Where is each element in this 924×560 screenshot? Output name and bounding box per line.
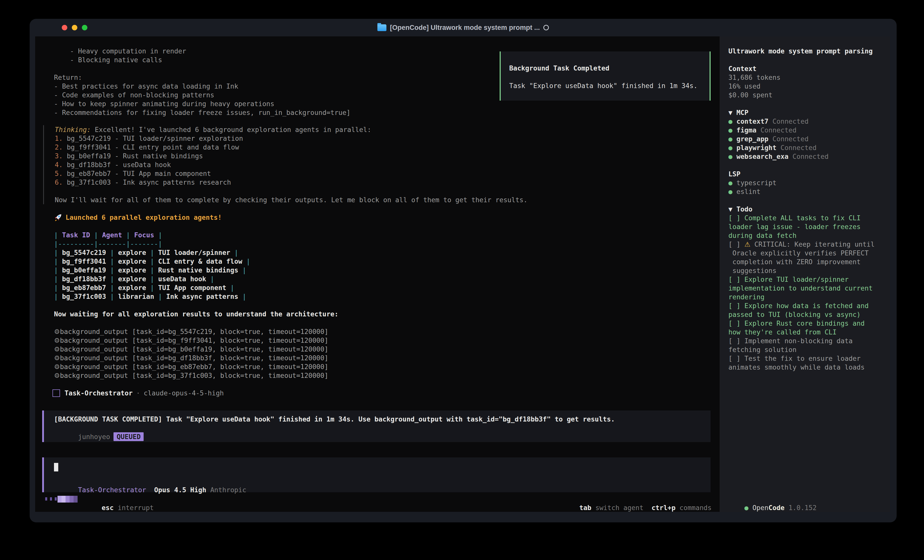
thinking-item: 1. bg_5547c219 - TUI loader/spinner expl… bbox=[55, 134, 528, 143]
terminal-line: - Blocking native calls bbox=[54, 55, 351, 64]
todo-item-line: [ ] ⚠ CRITICAL: Keep iterating until bbox=[728, 240, 874, 249]
message-line: [BACKGROUND TASK COMPLETED] Task "Explor… bbox=[54, 415, 711, 424]
sidebar-heading-todo: ▼ Todo bbox=[728, 205, 874, 214]
todo-item-line: suggestions bbox=[728, 266, 874, 275]
input-agent-name: Task-Orchestrator bbox=[78, 486, 146, 494]
todo-item-line: loader lag issue - loader freezes bbox=[728, 222, 874, 231]
titlebar[interactable]: [OpenCode] Ultrawork mode system prompt … bbox=[30, 19, 897, 36]
todo-item-line: during data fetch bbox=[728, 231, 874, 240]
tool-call-line: ⚙background_output [task_id=bg_f9ff3041,… bbox=[54, 336, 328, 345]
mcp-server-item: ● figma Connected bbox=[728, 126, 874, 135]
task-table-row: | bg_37f1c003 | librarian | Ink async pa… bbox=[54, 292, 250, 301]
task-table-header: | Task ID | Agent | Focus | bbox=[54, 231, 250, 240]
todo-item-line: [ ] Test the fix to ensure loader bbox=[728, 354, 874, 363]
thinking-line: Thinking: Excellent! I've launched 6 bac… bbox=[55, 125, 528, 134]
sidebar-footer: ● OpenCode1.0.152 bbox=[728, 494, 816, 503]
context-stat: $0.00 spent bbox=[728, 91, 874, 99]
tab-key-label: switch agent bbox=[596, 504, 643, 512]
todo-item-line: Oracle explicitly verifies PERFECT bbox=[728, 249, 874, 258]
task-table-separator: |---------|-------|-------| bbox=[54, 240, 250, 248]
todo-item-line: [ ] Explore how data is fetched and bbox=[728, 301, 874, 310]
agent-name: Task-Orchestrator bbox=[64, 389, 133, 397]
dot-separator: · bbox=[136, 389, 140, 397]
thinking-outro: Now I'll wait for all of them to complet… bbox=[55, 195, 528, 204]
thinking-block: Thinking: Excellent! I've launched 6 bac… bbox=[43, 125, 528, 204]
tool-call-line: ⚙background_output [task_id=bg_eb87ebb7,… bbox=[54, 362, 328, 371]
agent-header: Task-Orchestrator · claude-opus-4-5-high bbox=[52, 389, 224, 397]
progress-circle-icon bbox=[543, 25, 549, 30]
message-meta: junhoyeoQUEUED bbox=[54, 424, 711, 432]
spinner-gradient bbox=[57, 496, 78, 503]
todo-item-line: rendering bbox=[728, 292, 874, 301]
task-table: | Task ID | Agent | Focus ||---------|--… bbox=[54, 231, 250, 301]
terminal-line: - Code examples of non-blocking patterns bbox=[54, 91, 351, 99]
toast-title: Background Task Completed bbox=[509, 64, 710, 72]
sidebar-blank bbox=[728, 55, 874, 64]
todo-item-line: [ ] Implement non-blocking data bbox=[728, 337, 874, 345]
sidebar-content: Ultrawork mode system prompt parsingCont… bbox=[728, 46, 874, 371]
tool-call-line: ⚙background_output [task_id=bg_37f1c003,… bbox=[54, 371, 328, 380]
mcp-server-item: ● grep_app Connected bbox=[728, 135, 874, 143]
spinner-dots bbox=[45, 497, 57, 500]
todo-item-line: completion with ZERO improvement bbox=[728, 258, 874, 266]
terminal-line bbox=[55, 187, 528, 195]
waiting-line: Now waiting for all exploration results … bbox=[54, 310, 339, 318]
todo-item-line: [ ] Explore TUI loader/spinner bbox=[728, 275, 874, 284]
statusbar-right: tabswitch agentctrl+pcommands bbox=[460, 494, 712, 503]
launch-text: Launched 6 parallel exploration agents! bbox=[66, 213, 222, 222]
assistant-output-block: - Heavy computation in render - Blocking… bbox=[54, 46, 351, 117]
tool-call-line: ⚙background_output [task_id=bg_5547c219,… bbox=[54, 327, 328, 336]
todo-item-line: [ ] Complete ALL tasks to fix CLI bbox=[728, 214, 874, 222]
esc-key-hint: esc bbox=[102, 504, 114, 512]
background-task-message: [BACKGROUND TASK COMPLETED] Task "Explor… bbox=[42, 410, 711, 442]
brand-open: Open bbox=[753, 504, 769, 512]
lsp-item: ● typescript bbox=[728, 178, 874, 187]
terminal-line: - How to keep spinner animating during h… bbox=[54, 99, 351, 108]
tool-call-line: ⚙background_output [task_id=bg_df18bb3f,… bbox=[54, 353, 328, 362]
prompt-input[interactable]: Task-OrchestratorOpus 4.5 HighAnthropic bbox=[42, 457, 711, 492]
cmd-key-label: commands bbox=[680, 504, 712, 512]
context-stat: 16% used bbox=[728, 82, 874, 91]
status-badge: QUEUED bbox=[114, 432, 144, 441]
task-table-row: | bg_eb87ebb7 | explore | TUI App compon… bbox=[54, 283, 250, 292]
app-version: 1.0.152 bbox=[788, 504, 816, 512]
esc-key-label: interrupt bbox=[118, 504, 154, 512]
sidebar-heading-context: Context bbox=[728, 64, 874, 73]
online-dot-icon: ● bbox=[744, 504, 753, 512]
lsp-item: ● eslint bbox=[728, 187, 874, 196]
toast-notification[interactable]: Background Task Completed Task "Explore … bbox=[500, 51, 711, 100]
sidebar-blank bbox=[728, 161, 874, 169]
todo-item-line: [ ] Explore Rust core bindings and bbox=[728, 319, 874, 328]
thinking-item: 3. bg_b0effa19 - Rust native bindings bbox=[55, 151, 528, 160]
task-table-row: | bg_5547c219 | explore | TUI loader/spi… bbox=[54, 248, 250, 257]
todo-item-line: implementation to understand current bbox=[728, 284, 874, 292]
todo-item-line: fetching solution bbox=[728, 345, 874, 354]
terminal-line bbox=[54, 64, 351, 73]
mcp-server-item: ● context7 Connected bbox=[728, 117, 874, 126]
cmd-key-hint: ctrl+p bbox=[652, 504, 676, 512]
sidebar-heading-lsp: LSP bbox=[728, 169, 874, 178]
tool-call-line: ⚙background_output [task_id=bg_b0effa19,… bbox=[54, 345, 328, 353]
thinking-item: 4. bg_df18bb3f - useData hook bbox=[55, 160, 528, 169]
todo-item-line: how they're called from CLI bbox=[728, 328, 874, 337]
mcp-server-item: ● websearch_exa Connected bbox=[728, 152, 874, 161]
sidebar-title: Ultrawork mode system prompt parsing bbox=[728, 46, 874, 55]
window-title: [OpenCode] Ultrawork mode system prompt … bbox=[390, 24, 540, 31]
statusbar-left: escinterrupt bbox=[86, 494, 154, 503]
terminal-line: - Recommendations for fixing loader free… bbox=[54, 108, 351, 117]
brand-code: Code bbox=[769, 504, 784, 512]
terminal-line: - Heavy computation in render bbox=[54, 46, 351, 55]
sidebar-heading-mcp: ▼ MCP bbox=[728, 108, 874, 117]
context-stat: 31,686 tokens bbox=[728, 73, 874, 82]
rocket-icon bbox=[54, 214, 62, 222]
terminal-line: - Best practices for async data loading … bbox=[54, 82, 351, 91]
terminal-window: [OpenCode] Ultrawork mode system prompt … bbox=[30, 19, 897, 523]
thinking-item: 6. bg_37f1c003 - Ink async patterns rese… bbox=[55, 178, 528, 187]
tab-key-hint: tab bbox=[579, 504, 591, 512]
sidebar-blank bbox=[728, 196, 874, 205]
terminal-line: Return: bbox=[54, 73, 351, 82]
sidebar-blank bbox=[728, 99, 874, 108]
window-title-group: [OpenCode] Ultrawork mode system prompt … bbox=[30, 19, 897, 36]
task-table-row: | bg_b0effa19 | explore | Rust native bi… bbox=[54, 266, 250, 274]
input-provider: Anthropic bbox=[210, 486, 246, 494]
